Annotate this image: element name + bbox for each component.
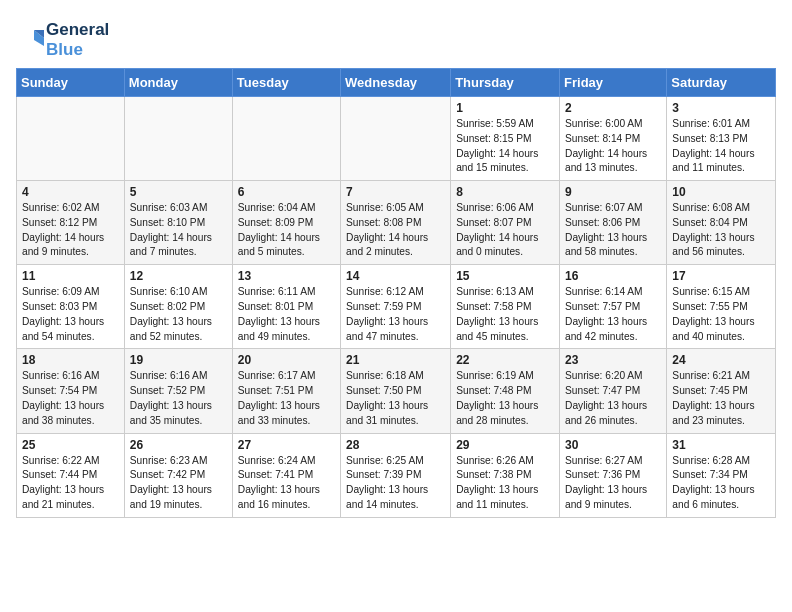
day-info: Sunrise: 6:12 AMSunset: 7:59 PMDaylight:… bbox=[346, 285, 445, 344]
day-number: 21 bbox=[346, 353, 445, 367]
day-number: 25 bbox=[22, 438, 119, 452]
day-number: 7 bbox=[346, 185, 445, 199]
day-number: 3 bbox=[672, 101, 770, 115]
calendar-header-row: SundayMondayTuesdayWednesdayThursdayFrid… bbox=[17, 69, 776, 97]
day-number: 27 bbox=[238, 438, 335, 452]
day-number: 15 bbox=[456, 269, 554, 283]
calendar-day-header: Friday bbox=[560, 69, 667, 97]
day-info: Sunrise: 6:18 AMSunset: 7:50 PMDaylight:… bbox=[346, 369, 445, 428]
calendar-cell: 17Sunrise: 6:15 AMSunset: 7:55 PMDayligh… bbox=[667, 265, 776, 349]
calendar-cell: 9Sunrise: 6:07 AMSunset: 8:06 PMDaylight… bbox=[560, 181, 667, 265]
calendar-week-row: 1Sunrise: 5:59 AMSunset: 8:15 PMDaylight… bbox=[17, 97, 776, 181]
day-info: Sunrise: 6:16 AMSunset: 7:54 PMDaylight:… bbox=[22, 369, 119, 428]
calendar-cell: 11Sunrise: 6:09 AMSunset: 8:03 PMDayligh… bbox=[17, 265, 125, 349]
calendar-cell: 14Sunrise: 6:12 AMSunset: 7:59 PMDayligh… bbox=[341, 265, 451, 349]
day-number: 28 bbox=[346, 438, 445, 452]
calendar-week-row: 11Sunrise: 6:09 AMSunset: 8:03 PMDayligh… bbox=[17, 265, 776, 349]
logo-icon bbox=[16, 26, 44, 54]
day-info: Sunrise: 6:26 AMSunset: 7:38 PMDaylight:… bbox=[456, 454, 554, 513]
day-number: 12 bbox=[130, 269, 227, 283]
day-info: Sunrise: 5:59 AMSunset: 8:15 PMDaylight:… bbox=[456, 117, 554, 176]
calendar-day-header: Tuesday bbox=[232, 69, 340, 97]
day-info: Sunrise: 6:02 AMSunset: 8:12 PMDaylight:… bbox=[22, 201, 119, 260]
calendar-cell: 30Sunrise: 6:27 AMSunset: 7:36 PMDayligh… bbox=[560, 433, 667, 517]
day-number: 30 bbox=[565, 438, 661, 452]
calendar-cell: 8Sunrise: 6:06 AMSunset: 8:07 PMDaylight… bbox=[451, 181, 560, 265]
day-number: 18 bbox=[22, 353, 119, 367]
calendar-cell: 6Sunrise: 6:04 AMSunset: 8:09 PMDaylight… bbox=[232, 181, 340, 265]
day-info: Sunrise: 6:09 AMSunset: 8:03 PMDaylight:… bbox=[22, 285, 119, 344]
calendar-table: SundayMondayTuesdayWednesdayThursdayFrid… bbox=[16, 68, 776, 518]
day-number: 8 bbox=[456, 185, 554, 199]
calendar-cell: 4Sunrise: 6:02 AMSunset: 8:12 PMDaylight… bbox=[17, 181, 125, 265]
day-number: 29 bbox=[456, 438, 554, 452]
day-info: Sunrise: 6:04 AMSunset: 8:09 PMDaylight:… bbox=[238, 201, 335, 260]
day-info: Sunrise: 6:10 AMSunset: 8:02 PMDaylight:… bbox=[130, 285, 227, 344]
day-number: 14 bbox=[346, 269, 445, 283]
day-info: Sunrise: 6:28 AMSunset: 7:34 PMDaylight:… bbox=[672, 454, 770, 513]
calendar-cell: 7Sunrise: 6:05 AMSunset: 8:08 PMDaylight… bbox=[341, 181, 451, 265]
day-number: 13 bbox=[238, 269, 335, 283]
day-number: 26 bbox=[130, 438, 227, 452]
calendar-cell: 1Sunrise: 5:59 AMSunset: 8:15 PMDaylight… bbox=[451, 97, 560, 181]
day-number: 1 bbox=[456, 101, 554, 115]
calendar-cell: 16Sunrise: 6:14 AMSunset: 7:57 PMDayligh… bbox=[560, 265, 667, 349]
day-info: Sunrise: 6:01 AMSunset: 8:13 PMDaylight:… bbox=[672, 117, 770, 176]
day-info: Sunrise: 6:19 AMSunset: 7:48 PMDaylight:… bbox=[456, 369, 554, 428]
calendar-cell: 29Sunrise: 6:26 AMSunset: 7:38 PMDayligh… bbox=[451, 433, 560, 517]
day-info: Sunrise: 6:17 AMSunset: 7:51 PMDaylight:… bbox=[238, 369, 335, 428]
calendar-cell: 15Sunrise: 6:13 AMSunset: 7:58 PMDayligh… bbox=[451, 265, 560, 349]
day-info: Sunrise: 6:00 AMSunset: 8:14 PMDaylight:… bbox=[565, 117, 661, 176]
calendar-day-header: Sunday bbox=[17, 69, 125, 97]
day-number: 19 bbox=[130, 353, 227, 367]
day-info: Sunrise: 6:21 AMSunset: 7:45 PMDaylight:… bbox=[672, 369, 770, 428]
day-info: Sunrise: 6:08 AMSunset: 8:04 PMDaylight:… bbox=[672, 201, 770, 260]
calendar-cell: 13Sunrise: 6:11 AMSunset: 8:01 PMDayligh… bbox=[232, 265, 340, 349]
calendar-cell: 22Sunrise: 6:19 AMSunset: 7:48 PMDayligh… bbox=[451, 349, 560, 433]
day-info: Sunrise: 6:14 AMSunset: 7:57 PMDaylight:… bbox=[565, 285, 661, 344]
day-info: Sunrise: 6:11 AMSunset: 8:01 PMDaylight:… bbox=[238, 285, 335, 344]
day-number: 20 bbox=[238, 353, 335, 367]
calendar-cell: 23Sunrise: 6:20 AMSunset: 7:47 PMDayligh… bbox=[560, 349, 667, 433]
day-info: Sunrise: 6:25 AMSunset: 7:39 PMDaylight:… bbox=[346, 454, 445, 513]
calendar-cell: 24Sunrise: 6:21 AMSunset: 7:45 PMDayligh… bbox=[667, 349, 776, 433]
calendar-cell bbox=[124, 97, 232, 181]
calendar-day-header: Thursday bbox=[451, 69, 560, 97]
day-number: 5 bbox=[130, 185, 227, 199]
day-number: 16 bbox=[565, 269, 661, 283]
calendar-cell bbox=[341, 97, 451, 181]
calendar-cell: 25Sunrise: 6:22 AMSunset: 7:44 PMDayligh… bbox=[17, 433, 125, 517]
calendar-day-header: Saturday bbox=[667, 69, 776, 97]
day-info: Sunrise: 6:03 AMSunset: 8:10 PMDaylight:… bbox=[130, 201, 227, 260]
calendar-cell: 2Sunrise: 6:00 AMSunset: 8:14 PMDaylight… bbox=[560, 97, 667, 181]
calendar-cell: 20Sunrise: 6:17 AMSunset: 7:51 PMDayligh… bbox=[232, 349, 340, 433]
calendar-cell: 5Sunrise: 6:03 AMSunset: 8:10 PMDaylight… bbox=[124, 181, 232, 265]
day-number: 11 bbox=[22, 269, 119, 283]
calendar-day-header: Wednesday bbox=[341, 69, 451, 97]
logo-text: General Blue bbox=[46, 20, 109, 60]
calendar-cell: 18Sunrise: 6:16 AMSunset: 7:54 PMDayligh… bbox=[17, 349, 125, 433]
header: General Blue bbox=[16, 16, 776, 60]
logo: General Blue bbox=[16, 20, 109, 60]
day-number: 9 bbox=[565, 185, 661, 199]
calendar-week-row: 18Sunrise: 6:16 AMSunset: 7:54 PMDayligh… bbox=[17, 349, 776, 433]
day-info: Sunrise: 6:16 AMSunset: 7:52 PMDaylight:… bbox=[130, 369, 227, 428]
day-info: Sunrise: 6:22 AMSunset: 7:44 PMDaylight:… bbox=[22, 454, 119, 513]
calendar-cell bbox=[232, 97, 340, 181]
calendar-cell: 31Sunrise: 6:28 AMSunset: 7:34 PMDayligh… bbox=[667, 433, 776, 517]
calendar-cell: 10Sunrise: 6:08 AMSunset: 8:04 PMDayligh… bbox=[667, 181, 776, 265]
day-number: 22 bbox=[456, 353, 554, 367]
day-info: Sunrise: 6:13 AMSunset: 7:58 PMDaylight:… bbox=[456, 285, 554, 344]
day-number: 17 bbox=[672, 269, 770, 283]
calendar-cell: 27Sunrise: 6:24 AMSunset: 7:41 PMDayligh… bbox=[232, 433, 340, 517]
day-info: Sunrise: 6:06 AMSunset: 8:07 PMDaylight:… bbox=[456, 201, 554, 260]
calendar-cell: 3Sunrise: 6:01 AMSunset: 8:13 PMDaylight… bbox=[667, 97, 776, 181]
page: General Blue SundayMondayTuesdayWednesda… bbox=[0, 0, 792, 526]
day-info: Sunrise: 6:20 AMSunset: 7:47 PMDaylight:… bbox=[565, 369, 661, 428]
day-number: 24 bbox=[672, 353, 770, 367]
calendar-cell: 19Sunrise: 6:16 AMSunset: 7:52 PMDayligh… bbox=[124, 349, 232, 433]
day-info: Sunrise: 6:24 AMSunset: 7:41 PMDaylight:… bbox=[238, 454, 335, 513]
calendar-day-header: Monday bbox=[124, 69, 232, 97]
day-number: 31 bbox=[672, 438, 770, 452]
calendar-cell bbox=[17, 97, 125, 181]
